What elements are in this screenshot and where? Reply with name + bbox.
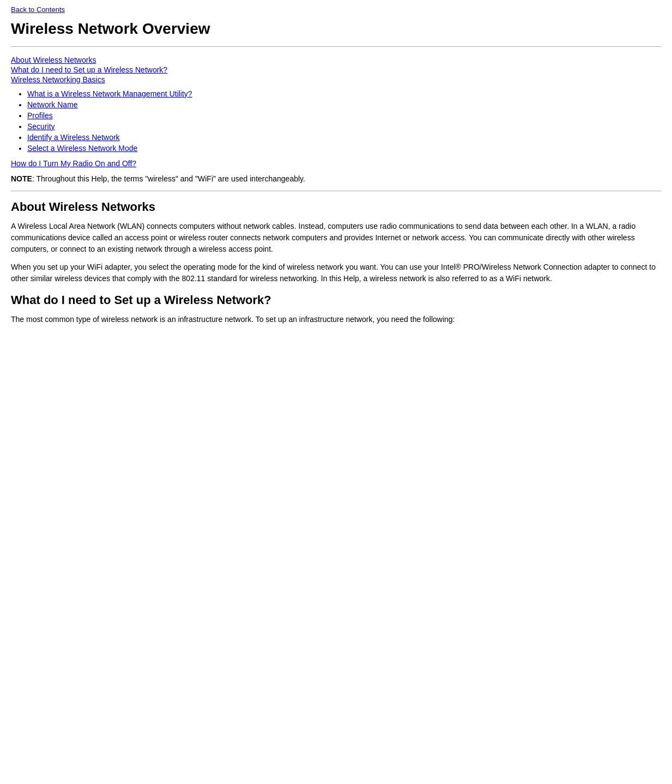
toc-link-mode[interactable]: Select a Wireless Network Mode: [27, 144, 137, 153]
how-do-link[interactable]: How do I Turn My Radio On and Off?: [11, 159, 136, 168]
back-to-contents-link[interactable]: Back to Contents: [11, 5, 661, 14]
toc-link-basics[interactable]: Wireless Networking Basics: [11, 75, 661, 84]
how-do-section: How do I Turn My Radio On and Off?: [11, 159, 661, 168]
toc-top-links: About Wireless Networks What do I need t…: [11, 56, 661, 84]
middle-divider: [11, 191, 661, 191]
list-item-utility: What is a Wireless Network Management Ut…: [27, 89, 661, 98]
about-paragraph-1: A Wireless Local Area Network (WLAN) con…: [11, 221, 661, 255]
toc-link-identify[interactable]: Identify a Wireless Network: [27, 133, 120, 142]
toc-link-networkname[interactable]: Network Name: [27, 100, 78, 109]
page-title: Wireless Network Overview: [11, 20, 661, 38]
list-item-security: Security: [27, 122, 661, 131]
section-title-setup: What do I need to Set up a Wireless Netw…: [11, 293, 661, 307]
toc-link-setup[interactable]: What do I need to Set up a Wireless Netw…: [11, 65, 661, 74]
toc-link-about[interactable]: About Wireless Networks: [11, 56, 661, 64]
setup-paragraph-1: The most common type of wireless network…: [11, 314, 661, 325]
section-title-about: About Wireless Networks: [11, 200, 661, 214]
list-item-mode: Select a Wireless Network Mode: [27, 144, 661, 153]
note-label: NOTE: [11, 174, 32, 183]
toc-link-security[interactable]: Security: [27, 122, 55, 131]
list-item-profiles: Profiles: [27, 111, 661, 120]
toc-link-profiles[interactable]: Profiles: [27, 111, 53, 120]
top-divider: [11, 46, 661, 47]
list-item-identify: Identify a Wireless Network: [27, 133, 661, 142]
note-paragraph: NOTE: Throughout this Help, the terms "w…: [11, 174, 661, 183]
toc-link-utility[interactable]: What is a Wireless Network Management Ut…: [27, 89, 192, 98]
toc-bullet-list: What is a Wireless Network Management Ut…: [27, 89, 661, 153]
note-text: : Throughout this Help, the terms "wirel…: [32, 174, 305, 183]
list-item-networkname: Network Name: [27, 100, 661, 109]
about-paragraph-2: When you set up your WiFi adapter, you s…: [11, 262, 661, 284]
